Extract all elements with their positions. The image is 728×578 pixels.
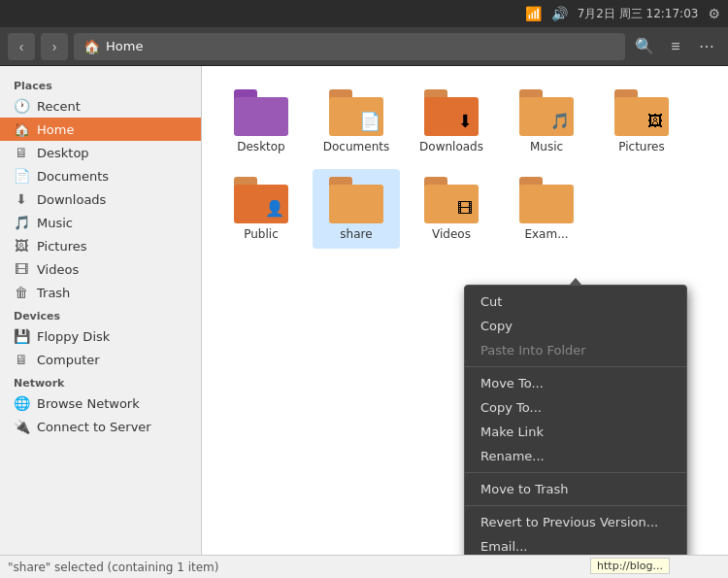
sound-icon: 🔊 [551, 6, 568, 21]
places-label: Places [0, 74, 201, 94]
documents-icon: 📄 [14, 168, 29, 184]
sidebar-item-floppy[interactable]: 💾 Floppy Disk [0, 324, 201, 348]
grid-button[interactable]: ⋯ [693, 33, 720, 60]
sidebar-item-connect-server-label: Connect to Server [37, 420, 151, 434]
file-label-videos: Videos [432, 227, 471, 241]
topbar: 📶 🔊 7月2日 周三 12:17:03 ⚙ [0, 0, 728, 27]
recent-icon: 🕐 [14, 98, 29, 114]
context-menu-rename[interactable]: Rename... [465, 444, 686, 468]
home-sidebar-icon: 🏠 [14, 121, 29, 137]
music-folder-emblem: 🎵 [550, 111, 570, 130]
file-item-downloads[interactable]: ⬇ Downloads [408, 82, 495, 161]
file-item-share[interactable]: share [313, 169, 400, 249]
file-label-music: Music [530, 140, 563, 153]
file-item-public[interactable]: 👤 Public [217, 169, 305, 249]
trash-icon: 🗑 [14, 285, 29, 300]
music-icon: 🎵 [14, 215, 29, 230]
pictures-icon: 🖼 [14, 238, 29, 254]
sidebar-item-connect-server[interactable]: 🔌 Connect to Server [0, 415, 201, 438]
sidebar-item-home[interactable]: 🏠 Home [0, 118, 201, 141]
sidebar-item-browse-network-label: Browse Network [37, 396, 140, 411]
context-menu-sep3 [465, 505, 686, 506]
network-icon: 📶 [525, 6, 542, 21]
desktop-icon: 🖥 [14, 145, 29, 160]
context-menu-sep2 [465, 472, 686, 473]
downloads-folder-emblem: ⬇ [455, 111, 475, 130]
sidebar-item-downloads-label: Downloads [37, 192, 106, 207]
public-folder-emblem: 👤 [265, 198, 284, 218]
context-menu-sep1 [465, 366, 686, 367]
context-menu-paste: Paste Into Folder [465, 338, 686, 362]
file-item-music[interactable]: 🎵 Music [503, 82, 590, 161]
browse-network-icon: 🌐 [14, 395, 29, 411]
context-menu-make-link[interactable]: Make Link [465, 420, 686, 444]
statusbar: "share" selected (containing 1 item) htt… [0, 555, 728, 578]
toolbar-actions: 🔍 ≡ ⋯ [631, 33, 720, 60]
forward-button[interactable]: › [41, 33, 68, 60]
location-text: Home [106, 39, 143, 53]
sidebar: Places 🕐 Recent 🏠 Home 🖥 Desktop 📄 Docum… [0, 66, 202, 555]
back-button[interactable]: ‹ [8, 33, 35, 60]
sidebar-item-trash[interactable]: 🗑 Trash [0, 281, 201, 304]
location-bar: 🏠 Home [74, 33, 625, 60]
computer-icon: 🖥 [14, 352, 29, 367]
toolbar: ‹ › 🏠 Home 🔍 ≡ ⋯ [0, 27, 728, 66]
status-text: "share" selected (containing 1 item) [8, 561, 218, 574]
videos-folder-emblem: 🎞 [455, 198, 475, 218]
sidebar-item-videos[interactable]: 🎞 Videos [0, 257, 201, 281]
sidebar-item-computer[interactable]: 🖥 Computer [0, 348, 201, 371]
file-label-share: share [340, 227, 372, 241]
sidebar-item-music[interactable]: 🎵 Music [0, 211, 201, 234]
sidebar-item-downloads[interactable]: ⬇ Downloads [0, 187, 201, 211]
videos-icon: 🎞 [14, 261, 29, 277]
file-label-example: Exam... [524, 227, 568, 241]
file-label-desktop: Desktop [237, 140, 285, 153]
search-button[interactable]: 🔍 [631, 33, 658, 60]
sidebar-item-recent-label: Recent [37, 99, 81, 114]
sidebar-item-computer-label: Computer [37, 353, 100, 367]
sidebar-item-pictures-label: Pictures [37, 239, 86, 254]
file-label-pictures: Pictures [618, 140, 665, 153]
downloads-icon: ⬇ [14, 191, 29, 207]
status-tooltip: http://blog... [590, 558, 670, 574]
context-menu-copy-to[interactable]: Copy To... [465, 395, 686, 420]
context-menu-email[interactable]: Email... [465, 534, 686, 555]
topbar-right: 📶 🔊 7月2日 周三 12:17:03 ⚙ [525, 6, 720, 22]
file-item-pictures[interactable]: 🖼 Pictures [598, 82, 685, 161]
sidebar-item-music-label: Music [37, 216, 73, 230]
file-label-downloads: Downloads [419, 140, 483, 153]
devices-label: Devices [0, 304, 201, 324]
file-label-public: Public [244, 227, 279, 241]
context-menu: Cut Copy Paste Into Folder Move To... Co… [464, 285, 687, 555]
connect-server-icon: 🔌 [14, 419, 29, 434]
sidebar-item-videos-label: Videos [37, 262, 79, 277]
sidebar-item-desktop-label: Desktop [37, 146, 89, 160]
file-item-documents[interactable]: 📄 Documents [313, 82, 400, 161]
file-grid: Desktop 📄 Documents ⬇ Downloads [217, 82, 712, 249]
context-menu-move-to[interactable]: Move To... [465, 371, 686, 395]
settings-icon[interactable]: ⚙ [708, 6, 720, 21]
pictures-folder-emblem: 🖼 [645, 111, 665, 130]
sidebar-item-documents[interactable]: 📄 Documents [0, 164, 201, 187]
sidebar-item-documents-label: Documents [37, 169, 109, 184]
file-area: Desktop 📄 Documents ⬇ Downloads [202, 66, 728, 555]
context-menu-cut[interactable]: Cut [465, 289, 686, 314]
context-menu-copy[interactable]: Copy [465, 314, 686, 338]
sidebar-item-pictures[interactable]: 🖼 Pictures [0, 234, 201, 257]
sidebar-item-desktop[interactable]: 🖥 Desktop [0, 141, 201, 164]
file-item-desktop[interactable]: Desktop [217, 82, 305, 161]
home-icon: 🏠 [83, 39, 100, 54]
network-label: Network [0, 371, 201, 391]
context-menu-move-trash[interactable]: Move to Trash [465, 477, 686, 501]
menu-button[interactable]: ≡ [662, 33, 689, 60]
sidebar-item-trash-label: Trash [37, 286, 70, 300]
documents-folder-emblem: 📄 [360, 111, 380, 130]
sidebar-item-recent[interactable]: 🕐 Recent [0, 94, 201, 118]
main-area: Places 🕐 Recent 🏠 Home 🖥 Desktop 📄 Docum… [0, 66, 728, 555]
context-menu-arrow [569, 278, 582, 286]
sidebar-item-browse-network[interactable]: 🌐 Browse Network [0, 391, 201, 415]
file-item-videos[interactable]: 🎞 Videos [408, 169, 495, 249]
file-item-example[interactable]: Exam... [503, 169, 590, 249]
file-label-documents: Documents [323, 140, 389, 153]
context-menu-revert[interactable]: Revert to Previous Version... [465, 510, 686, 534]
